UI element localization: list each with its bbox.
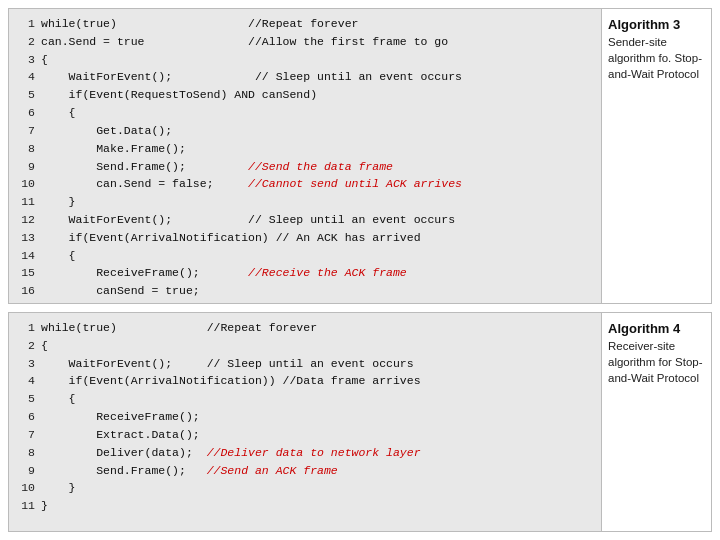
section-top: 1while(true) //Repeat forever2can.Send =… [8,8,712,304]
code-line: 13 if(Event(ArrivalNotification) // An A… [13,229,597,247]
code-line: 5 if(Event(RequestToSend) AND canSend) [13,86,597,104]
code-token: } [41,193,76,211]
code-token: { [41,390,76,408]
code-token: Send.Frame(); [41,158,248,176]
algo3-desc: Sender-site algorithm fo. Stop-and-Wait … [608,34,705,82]
line-number: 16 [13,282,35,300]
line-number: 1 [13,319,35,337]
code-line: 7 Get.Data(); [13,122,597,140]
code-token: while(true) [41,15,117,33]
code-line: 2{ [13,337,597,355]
code-token: Send.Frame(); [41,462,207,480]
code-token: //Send the data frame [248,158,393,176]
code-token: can.Send = false; [41,175,248,193]
code-token: { [41,104,76,122]
line-number: 2 [13,337,35,355]
code-token: //Deliver data to network layer [207,444,421,462]
line-number: 14 [13,247,35,265]
code-token: //Receive the ACK frame [248,264,407,282]
line-number: 8 [13,444,35,462]
line-number: 3 [13,51,35,69]
code-token: } [41,497,48,515]
code-line: 16 canSend = true; [13,282,597,300]
label-top: Algorithm 3 Sender-site algorithm fo. St… [601,9,711,303]
line-number: 5 [13,86,35,104]
code-token: if(Event(ArrivalNotification) // An ACK … [41,229,421,247]
line-number: 2 [13,33,35,51]
algo4-desc: Receiver-site algorithm for Stop-and-Wai… [608,338,705,386]
line-number: 10 [13,175,35,193]
code-line: 8 Deliver(data); //Deliver data to netwo… [13,444,597,462]
code-line: 7 Extract.Data(); [13,426,597,444]
code-area-top: 1while(true) //Repeat forever2can.Send =… [9,9,601,303]
code-token: } [41,300,76,303]
line-number: 13 [13,229,35,247]
code-token: while(true) //Repeat forever [41,319,317,337]
code-token: WaitForEvent(); // Sleep until an event … [41,211,455,229]
code-line: 10 } [13,479,597,497]
label-bottom: Algorithm 4 Receiver-site algorithm for … [601,313,711,531]
code-line: 1while(true) //Repeat forever [13,15,597,33]
line-number: 6 [13,408,35,426]
line-number: 11 [13,193,35,211]
code-token: //Cannot send until ACK arrives [248,175,462,193]
code-line: 12 WaitForEvent(); // Sleep until an eve… [13,211,597,229]
code-token: Extract.Data(); [41,426,200,444]
code-line: 8 Make.Frame(); [13,140,597,158]
code-line: 3 WaitForEvent(); // Sleep until an even… [13,355,597,373]
code-line: 14 { [13,247,597,265]
code-line: 15 ReceiveFrame(); //Receive the ACK fra… [13,264,597,282]
code-token: WaitForEvent(); // Sleep until an event … [41,68,462,86]
code-token: //Repeat forever [117,15,359,33]
section-bottom: 1while(true) //Repeat forever2{3 WaitFor… [8,312,712,532]
code-line: 6 ReceiveFrame(); [13,408,597,426]
code-token: { [41,51,48,69]
algo3-title: Algorithm 3 [608,17,680,32]
algo4-title: Algorithm 4 [608,321,680,336]
code-line: 2can.Send = true //Allow the first frame… [13,33,597,51]
line-number: 4 [13,372,35,390]
line-number: 7 [13,426,35,444]
code-line: 6 { [13,104,597,122]
code-line: 10 can.Send = false; //Cannot send until… [13,175,597,193]
code-area-bottom: 1while(true) //Repeat forever2{3 WaitFor… [9,313,601,531]
code-token: } [41,479,76,497]
code-token: Deliver(data); [41,444,207,462]
code-token: Make.Frame(); [41,140,186,158]
line-number: 15 [13,264,35,282]
code-token: Get.Data(); [41,122,172,140]
code-line: 17 } [13,300,597,303]
code-line: 9 Send.Frame(); //Send an ACK frame [13,462,597,480]
line-number: 7 [13,122,35,140]
code-token: //Send an ACK frame [207,462,338,480]
code-token: can.Send = true //Allow the first frame … [41,33,448,51]
line-number: 3 [13,355,35,373]
line-number: 11 [13,497,35,515]
code-token: WaitForEvent(); // Sleep until an event … [41,355,414,373]
code-token: if(Event(ArrivalNotification)) //Data fr… [41,372,421,390]
code-line: 9 Send.Frame(); //Send the data frame [13,158,597,176]
code-token: ReceiveFrame(); [41,408,200,426]
line-number: 1 [13,15,35,33]
code-token: ReceiveFrame(); [41,264,248,282]
line-number: 5 [13,390,35,408]
line-number: 8 [13,140,35,158]
code-line: 4 WaitForEvent(); // Sleep until an even… [13,68,597,86]
code-token: { [41,247,76,265]
code-token: if(Event(RequestToSend) AND canSend) [41,86,317,104]
code-line: 5 { [13,390,597,408]
code-token: canSend = true; [41,282,200,300]
code-line: 1while(true) //Repeat forever [13,319,597,337]
code-line: 11} [13,497,597,515]
code-token: { [41,337,48,355]
line-number: 4 [13,68,35,86]
line-number: 17 [13,300,35,303]
code-line: 3{ [13,51,597,69]
code-line: 11 } [13,193,597,211]
line-number: 9 [13,462,35,480]
page: 1while(true) //Repeat forever2can.Send =… [0,0,720,540]
line-number: 9 [13,158,35,176]
code-line: 4 if(Event(ArrivalNotification)) //Data … [13,372,597,390]
line-number: 10 [13,479,35,497]
line-number: 6 [13,104,35,122]
